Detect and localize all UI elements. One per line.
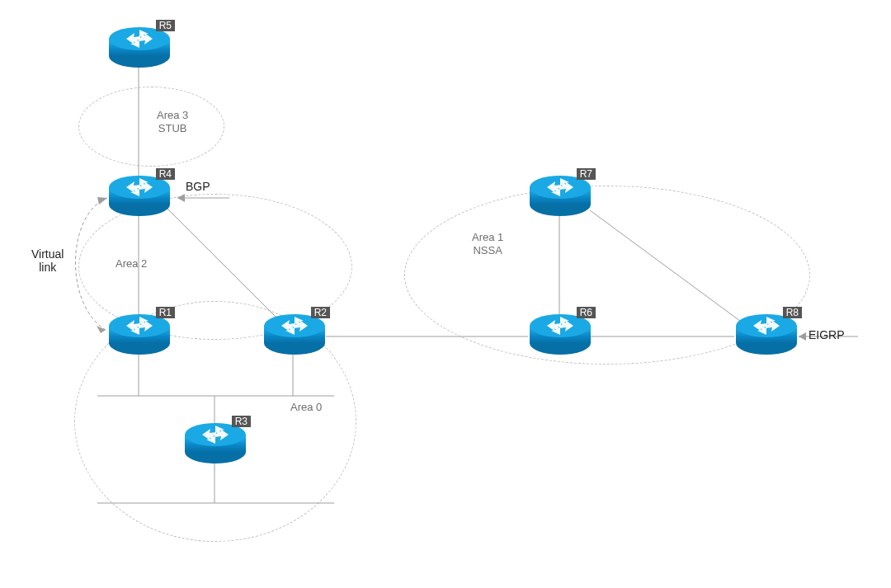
router-R7-label: R7	[577, 168, 596, 180]
router-R2: R2	[262, 312, 327, 356]
router-icon	[107, 173, 172, 218]
router-R4: R4	[107, 173, 172, 218]
router-R6-label: R6	[577, 307, 596, 318]
router-R8: R8	[734, 312, 799, 356]
router-icon	[528, 173, 592, 218]
router-R4-label: R4	[156, 168, 175, 180]
virtual-link-label: Virtual link	[31, 247, 64, 274]
eigrp-label: EIGRP	[808, 328, 845, 341]
router-R3-label: R3	[232, 416, 251, 427]
router-icon	[734, 312, 799, 356]
area0-label: Area 0	[290, 401, 322, 414]
router-R8-label: R8	[783, 307, 802, 318]
router-R5: R5	[107, 25, 172, 69]
router-R1: R1	[107, 312, 172, 356]
diagram-canvas: Area 3 STUB Area 2 Area 0 Area 1 NSSA	[0, 0, 891, 588]
svg-marker-18	[97, 326, 106, 333]
router-R2-label: R2	[311, 307, 330, 318]
area3-ellipse	[78, 87, 224, 167]
router-R7: R7	[528, 173, 592, 218]
router-icon	[107, 312, 172, 356]
area2-label: Area 2	[116, 257, 147, 270]
router-R1-label: R1	[156, 307, 175, 318]
router-icon	[183, 421, 248, 465]
area3-label: Area 3 STUB	[157, 109, 188, 134]
svg-marker-17	[97, 197, 107, 205]
router-icon	[262, 312, 327, 356]
area1-label: Area 1 NSSA	[472, 231, 503, 256]
router-icon	[107, 25, 172, 69]
router-R3: R3	[183, 421, 248, 465]
router-R6: R6	[528, 312, 592, 356]
bgp-label: BGP	[186, 180, 210, 193]
router-icon	[528, 312, 592, 356]
router-R5-label: R5	[156, 20, 175, 31]
svg-marker-16	[799, 332, 806, 341]
